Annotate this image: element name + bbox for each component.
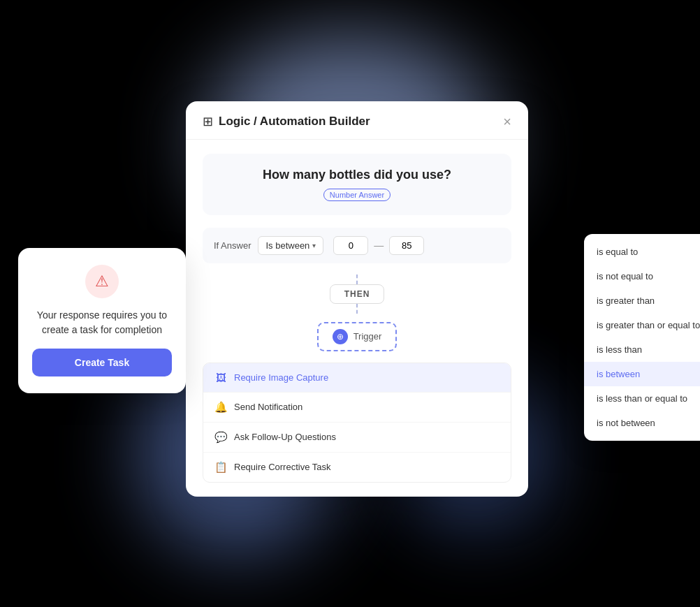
- dropdown-option-0[interactable]: is equal to: [584, 240, 700, 264]
- image-capture-icon: 🖼: [214, 372, 227, 383]
- action-item-2[interactable]: 💬 Ask Follow-Up Questions: [203, 423, 511, 453]
- create-task-button[interactable]: Create Task: [32, 349, 172, 376]
- dropdown-value: Is between: [265, 240, 309, 251]
- action-label-3: Require Corrective Task: [234, 462, 330, 472]
- dropdown-option-3[interactable]: is greater than or equal to: [584, 313, 700, 337]
- modal-title-group: ⊞ Logic / Automation Builder: [203, 114, 370, 129]
- dropdown-option-5[interactable]: is between: [584, 362, 700, 386]
- range-dash: —: [374, 240, 384, 251]
- corrective-task-icon: 📋: [214, 461, 227, 474]
- dropdown-option-1[interactable]: is not equal to: [584, 264, 700, 288]
- main-modal: ⊞ Logic / Automation Builder × How many …: [186, 101, 528, 497]
- modal-body: How many bottles did you use? Number Ans…: [186, 140, 528, 497]
- range-max-input[interactable]: [389, 236, 424, 255]
- connector-line-top: [356, 275, 358, 284]
- action-item-1[interactable]: 🔔 Send Notification: [203, 393, 511, 423]
- action-list: 🖼 Require Image Capture 🔔 Send Notificat…: [203, 363, 511, 483]
- modal-header: ⊞ Logic / Automation Builder ×: [186, 101, 528, 140]
- question-section: How many bottles did you use? Number Ans…: [203, 154, 511, 215]
- dropdown-option-7[interactable]: is not between: [584, 411, 700, 435]
- scene-container: ⊞ Logic / Automation Builder × How many …: [88, 66, 612, 541]
- condition-row: If Answer Is between ▾ —: [203, 228, 511, 263]
- action-item-0[interactable]: 🖼 Require Image Capture: [203, 363, 511, 393]
- modal-title: Logic / Automation Builder: [219, 115, 370, 129]
- notification-icon: 🔔: [214, 401, 227, 414]
- trigger-section: ⊕ Trigger: [203, 322, 511, 351]
- dropdown-option-2[interactable]: is greater than: [584, 288, 700, 313]
- action-label-2: Ask Follow-Up Questions: [234, 432, 336, 442]
- if-answer-label: If Answer: [214, 240, 251, 251]
- then-connector: THEN: [203, 275, 511, 314]
- action-label-0: Require Image Capture: [234, 372, 328, 383]
- trigger-icon: ⊕: [333, 329, 348, 344]
- condition-dropdown[interactable]: Is between ▾: [258, 236, 323, 255]
- then-box: THEN: [330, 284, 385, 304]
- warning-icon-circle: ⚠: [85, 265, 119, 298]
- chevron-down-icon: ▾: [312, 242, 316, 249]
- range-min-input[interactable]: [333, 236, 368, 255]
- action-label-1: Send Notification: [234, 402, 302, 412]
- dropdown-option-4[interactable]: is less than: [584, 337, 700, 362]
- automation-icon: ⊞: [203, 114, 213, 129]
- dropdown-option-6[interactable]: is less than or equal to: [584, 386, 700, 411]
- trigger-label: Trigger: [353, 331, 382, 342]
- left-warning-card: ⚠ Your response requires you to create a…: [18, 248, 186, 393]
- action-item-3[interactable]: 📋 Require Corrective Task: [203, 453, 511, 482]
- warning-text: Your response requires you to create a t…: [32, 308, 172, 337]
- close-button[interactable]: ×: [503, 115, 511, 129]
- follow-up-icon: 💬: [214, 431, 227, 444]
- right-dropdown: is equal to is not equal to is greater t…: [584, 234, 700, 441]
- condition-range: —: [333, 236, 424, 255]
- question-text: How many bottles did you use?: [217, 168, 497, 182]
- trigger-button[interactable]: ⊕ Trigger: [317, 322, 398, 351]
- question-badge: Number Answer: [323, 189, 391, 201]
- connector-line-bottom: [356, 304, 358, 314]
- warning-triangle-icon: ⚠: [95, 272, 109, 291]
